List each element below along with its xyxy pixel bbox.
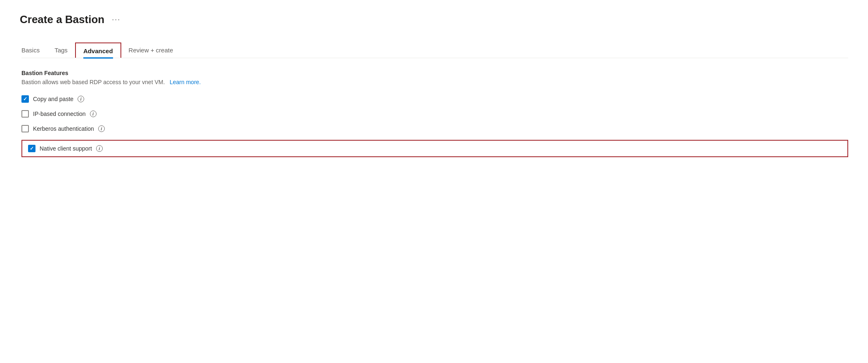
- ellipsis-menu-button[interactable]: ···: [109, 14, 123, 26]
- main-content: Basics Tags Advanced Review + create Bas…: [20, 42, 848, 157]
- tabs-row: Basics Tags Advanced Review + create: [21, 42, 848, 58]
- info-icon-native-client[interactable]: i: [96, 145, 103, 152]
- section-description: Bastion allows web based RDP access to y…: [21, 79, 848, 85]
- tab-tags[interactable]: Tags: [47, 42, 75, 58]
- feature-item-ip-based: IP-based connection i: [21, 110, 848, 118]
- section-title: Bastion Features: [21, 70, 848, 76]
- tab-basics[interactable]: Basics: [21, 42, 47, 58]
- feature-label-kerberos: Kerberos authentication: [33, 125, 94, 132]
- learn-more-link[interactable]: Learn more.: [170, 79, 200, 85]
- tab-review-create[interactable]: Review + create: [121, 42, 181, 58]
- checkbox-kerberos[interactable]: [21, 125, 29, 132]
- feature-label-native-client: Native client support: [40, 145, 92, 152]
- feature-label-copy-paste: Copy and paste: [33, 96, 73, 102]
- checkbox-ip-based[interactable]: [21, 110, 29, 118]
- checkbox-copy-paste[interactable]: [21, 95, 29, 103]
- feature-item-copy-paste: Copy and paste i: [21, 95, 848, 103]
- section-desc-text: Bastion allows web based RDP access to y…: [21, 79, 165, 85]
- page-title: Create a Bastion: [20, 13, 104, 26]
- info-icon-kerberos[interactable]: i: [98, 125, 105, 132]
- page-title-row: Create a Bastion ···: [20, 13, 848, 26]
- feature-item-kerberos: Kerberos authentication i: [21, 125, 848, 132]
- feature-item-native-client: Native client support i: [21, 140, 848, 157]
- feature-label-ip-based: IP-based connection: [33, 111, 86, 117]
- tab-advanced[interactable]: Advanced: [75, 42, 121, 58]
- info-icon-copy-paste[interactable]: i: [78, 96, 84, 102]
- checkbox-native-client[interactable]: [28, 145, 35, 152]
- info-icon-ip-based[interactable]: i: [90, 111, 97, 117]
- feature-list: Copy and paste i IP-based connection i K…: [21, 95, 848, 157]
